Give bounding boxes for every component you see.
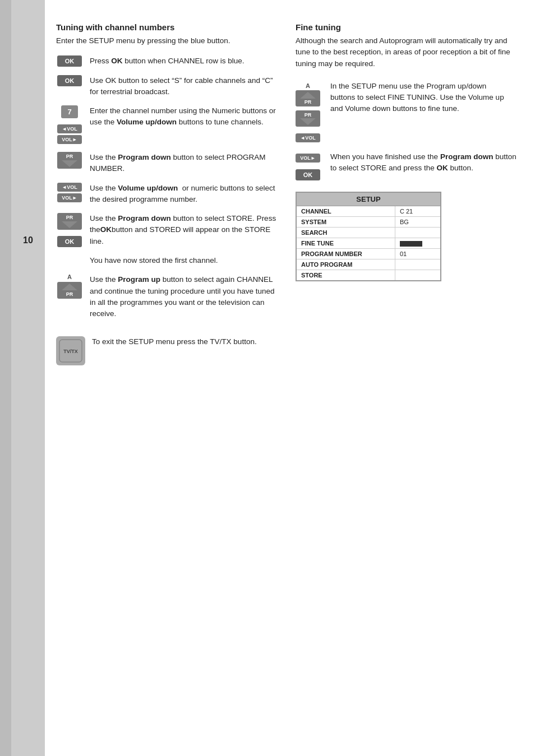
page-wrapper: 10 Tuning with channel numbers Enter the…	[0, 0, 535, 756]
setup-value-store	[395, 270, 440, 280]
fine-tuning-section: Fine tuning Although the search and Auto…	[296, 22, 518, 69]
ok-button-3: OK	[57, 236, 82, 247]
left-tab	[0, 0, 11, 756]
setup-row-finetune: FINE TUNE	[297, 238, 440, 249]
fine-prog-up-icon: A PR	[296, 83, 320, 106]
pr-down-button-1: PR	[57, 152, 82, 169]
right-section-title: Fine tuning	[296, 22, 518, 32]
svg-text:TV/TX: TV/TX	[63, 349, 78, 354]
setup-row-store: STORE	[297, 270, 440, 280]
step-4-row: PR Use the Program down button to select…	[56, 152, 279, 175]
setup-label-system: SYSTEM	[297, 217, 395, 227]
setup-row-search: SEARCH	[297, 228, 440, 238]
step-6-row: PR OK Use the Program down button to sel…	[56, 213, 279, 247]
step-3-text: Enter the channel number using the Numer…	[90, 105, 279, 128]
step-1-text: Press OK button when CHANNEL row is blue…	[90, 55, 279, 67]
step-6-text: Use the Program down button to select ST…	[90, 213, 279, 247]
step-8-text: Use the Program up button to select agai…	[90, 274, 279, 319]
step-7-row: You have now stored the first channel.	[56, 255, 279, 266]
ok-button-2: OK	[57, 75, 82, 86]
setup-label-store: STORE	[297, 270, 395, 280]
step-2-text: Use OK button to select “S” for cable ch…	[90, 75, 279, 98]
setup-value-finetune	[395, 238, 440, 248]
content-area: Tuning with channel numbers Enter the SE…	[45, 0, 535, 756]
setup-row-system: SYSTEM BG	[297, 217, 440, 228]
vol-down-button-1: VOL►	[57, 135, 82, 144]
step-3-icon: 7 ◄VOL VOL►	[56, 105, 83, 144]
fine-block-1-text: In the SETUP menu use the Program up/dow…	[330, 81, 518, 115]
setup-label-program: PROGRAM NUMBER	[297, 249, 395, 259]
pr-up-button: PR	[57, 282, 82, 299]
pr-label-1: PR	[66, 154, 73, 159]
setup-value-channel: C 21	[395, 206, 440, 216]
a-label: A	[67, 274, 72, 280]
fine-pr-down-label: PR	[305, 112, 312, 118]
fine-prog-down-icon: PR	[296, 110, 320, 127]
fine-vol-up: ◄VOL	[296, 133, 320, 142]
left-column: Tuning with channel numbers Enter the SE…	[56, 22, 279, 734]
step-5-row: ◄VOL VOL► Use the Volume up/down or nume…	[56, 183, 279, 206]
step-4-icon: PR	[56, 152, 83, 169]
step-2-icon: OK	[56, 75, 83, 86]
setup-label-finetune: FINE TUNE	[297, 238, 395, 248]
fine-tune-bar	[400, 241, 422, 247]
page-number: 10	[23, 235, 33, 245]
setup-value-program: 01	[395, 249, 440, 259]
step-3-row: 7 ◄VOL VOL► Enter the channel number usi…	[56, 105, 279, 144]
setup-row-channel: CHANNEL C 21	[297, 206, 440, 217]
pr-label-up: PR	[66, 291, 73, 297]
setup-label-channel: CHANNEL	[297, 206, 395, 216]
fine-block-2-text: When you have finished use the Program d…	[330, 151, 518, 174]
setup-value-system: BG	[395, 217, 440, 227]
step-2-row: OK Use OK button to select “S” for cable…	[56, 75, 279, 98]
vol-down-button-2: VOL►	[57, 193, 82, 202]
fine-btn-group-1: A PR PR ◄VOL	[296, 83, 324, 142]
step-8-row: A PR Use the Program up button to select…	[56, 274, 279, 319]
step-4-text: Use the Program down button to select PR…	[90, 152, 279, 175]
setup-row-auto: AUTO PROGRAM	[297, 259, 440, 270]
right-section-intro: Although the search and Autoprogram will…	[296, 35, 518, 69]
page-strip: 10	[11, 0, 45, 756]
setup-value-auto	[395, 259, 440, 270]
exit-row: TV/TX To exit the SETUP menu press the T…	[56, 336, 279, 365]
fine-ok-button: OK	[296, 169, 320, 180]
pr-label-2: PR	[66, 215, 73, 220]
step-1-icon: OK	[56, 55, 83, 67]
exit-text: To exit the SETUP menu press the TV/TX b…	[92, 336, 279, 347]
fine-pr-up-label: PR	[305, 99, 312, 105]
setup-menu: SETUP CHANNEL C 21 SYSTEM BG SEARCH FINE…	[296, 192, 441, 281]
fine-pr-down: PR	[296, 110, 320, 127]
setup-value-search	[395, 228, 440, 238]
tvtx-icon: TV/TX	[56, 336, 85, 365]
fine-block-2: VOL► OK When you have finished use the P…	[296, 151, 518, 180]
ok-button-1: OK	[57, 55, 82, 67]
step-5-text: Use the Volume up/down or numeric button…	[90, 183, 279, 206]
setup-row-program: PROGRAM NUMBER 01	[297, 249, 440, 259]
step-1-row: OK Press OK button when CHANNEL row is b…	[56, 55, 279, 67]
right-column: Fine tuning Although the search and Auto…	[296, 22, 518, 734]
fine-pr-up: PR	[296, 90, 320, 106]
step-8-icon: A PR	[56, 274, 83, 299]
step-5-icon: ◄VOL VOL►	[56, 183, 83, 202]
left-section-intro: Enter the SETUP menu by pressing the blu…	[56, 35, 279, 47]
setup-label-search: SEARCH	[297, 228, 395, 238]
setup-label-auto: AUTO PROGRAM	[297, 259, 395, 270]
vol-up-button-1: ◄VOL	[57, 124, 82, 133]
pr-down-button-2: PR	[57, 213, 82, 230]
fine-btn-group-2: VOL► OK	[296, 154, 324, 180]
left-section-title: Tuning with channel numbers	[56, 22, 279, 32]
fine-a-label: A	[306, 83, 310, 89]
setup-menu-title: SETUP	[297, 193, 440, 206]
fine-block-1: A PR PR ◄VOL	[296, 81, 518, 142]
num-button-7: 7	[61, 105, 78, 118]
step-7-text: You have now stored the first channel.	[90, 255, 279, 266]
step-6-icon: PR OK	[56, 213, 83, 247]
fine-vol-down: VOL►	[296, 154, 320, 163]
vol-up-button-2: ◄VOL	[57, 183, 82, 192]
